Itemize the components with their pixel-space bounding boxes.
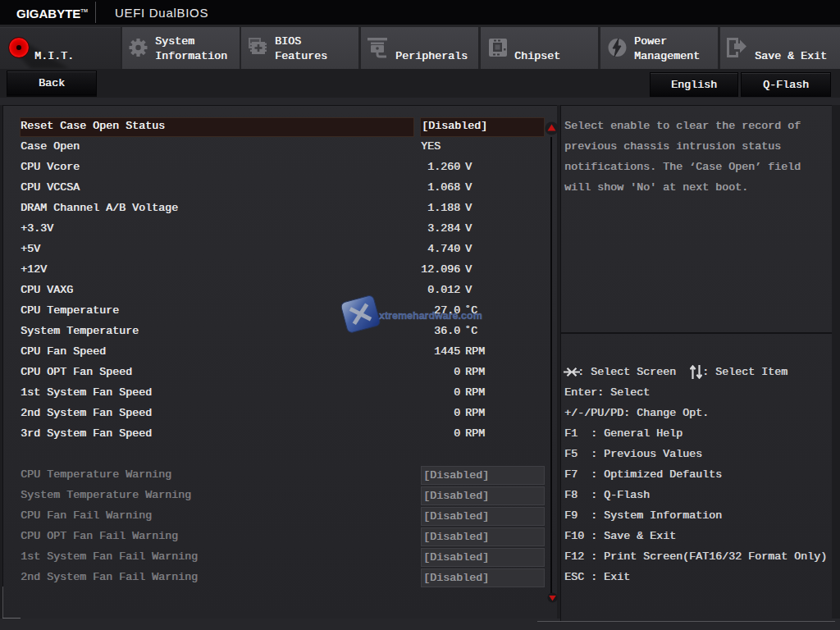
svg-text:xtremehardware.com: xtremehardware.com [379, 310, 482, 322]
